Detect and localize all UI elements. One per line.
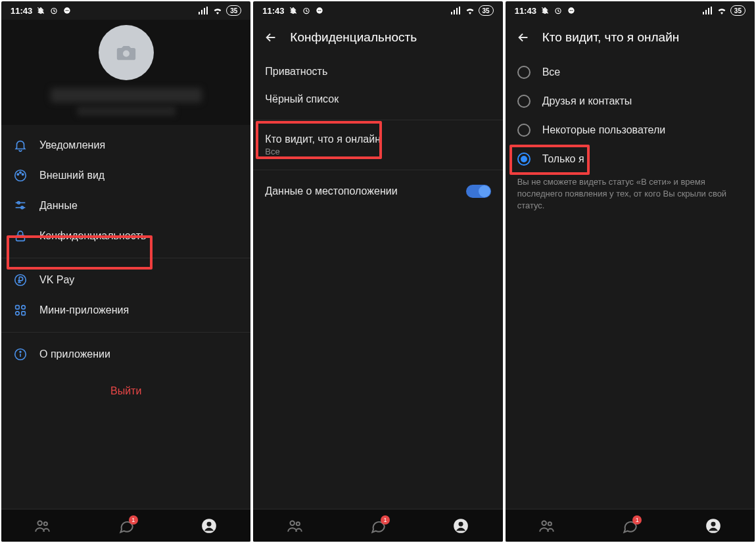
divider [1,332,250,333]
divider [253,120,502,120]
status-time: 11:43 [262,6,284,16]
svg-rect-55 [711,7,712,14]
back-button[interactable] [516,30,531,45]
nav-messages[interactable]: 1 [117,517,135,535]
svg-rect-24 [22,312,26,316]
wifi-icon [212,7,223,14]
grid-icon [13,303,28,318]
privacy-menu: Приватность Чёрный список Кто видит, что… [253,53,502,206]
item-blacklist[interactable]: Чёрный список [253,85,502,113]
radio-friends[interactable]: Друзья и контакты [506,87,755,116]
avatar[interactable] [99,25,154,80]
svg-point-51 [572,10,573,11]
item-label: Кто видит, что я онлайн [265,133,381,145]
screen-privacy: 11:43 35 Конфиденциальность Приватность … [253,1,502,542]
screen-title: Конфиденциальность [290,30,417,45]
lock-icon [13,229,28,243]
svg-rect-39 [454,10,455,14]
radio-list: Все Друзья и контакты Некоторые пользова… [506,53,755,212]
item-subtext: Все [265,147,279,156]
nav-profile[interactable] [704,517,722,535]
svg-rect-23 [16,312,20,316]
svg-rect-52 [703,12,704,14]
item-label: Чёрный список [265,93,339,105]
profile-block[interactable] [1,20,250,125]
ruble-icon [13,273,28,287]
svg-point-4 [66,10,68,11]
menu-miniapps[interactable]: Мини-приложения [1,295,250,325]
menu-appearance[interactable]: Внешний вид [1,160,250,191]
back-button[interactable] [264,30,278,45]
svg-point-37 [320,10,321,11]
nav-contacts[interactable] [34,517,52,535]
svg-point-13 [20,172,21,173]
svg-rect-22 [22,306,26,310]
nav-messages[interactable]: 1 [369,517,387,535]
screen-settings: 11:43 35 Уведомления Внешний вид Данные [1,1,250,542]
svg-rect-9 [206,7,208,14]
nav-messages[interactable]: 1 [621,517,639,535]
svg-rect-38 [451,12,452,14]
svg-point-42 [290,521,295,525]
radio-some[interactable]: Некоторые пользователи [506,116,755,145]
profile-name-blurred [51,88,202,103]
toggle-on[interactable] [466,185,491,198]
logout-button[interactable]: Выйти [1,369,250,413]
info-icon [13,347,28,362]
svg-point-28 [38,521,42,525]
menu-label: Данные [39,200,78,212]
item-location[interactable]: Данные о местоположении [253,177,502,206]
palette-icon [13,168,28,183]
radio-label: Только я [542,153,584,165]
menu-data[interactable]: Данные [1,191,250,221]
svg-point-45 [459,521,463,526]
svg-point-5 [68,10,69,11]
svg-rect-8 [204,8,205,14]
arrow-left-icon [264,30,278,45]
svg-point-12 [17,174,18,175]
alarm-icon [49,6,59,15]
chat-icon [567,6,576,15]
status-time: 11:43 [515,6,536,16]
menu-label: Мини-приложения [39,304,129,316]
svg-point-36 [319,10,320,11]
svg-point-35 [318,10,319,11]
vibrate-icon [540,6,550,15]
menu-about[interactable]: О приложении [1,339,250,369]
bell-icon [13,138,28,153]
radio-only-me[interactable]: Только я [506,145,755,174]
wifi-icon [465,7,475,14]
svg-point-50 [571,10,572,11]
signal-icon [451,7,461,14]
profile-sub-blurred [77,106,176,116]
radio-all[interactable]: Все [506,58,755,87]
svg-point-49 [569,10,571,11]
svg-point-56 [542,521,546,525]
radio-icon [517,95,531,108]
svg-rect-19 [16,235,25,241]
nav-profile[interactable] [200,517,218,535]
menu-notifications[interactable]: Уведомления [1,130,250,160]
item-privacy[interactable]: Приватность [253,58,502,85]
screen-who-sees-online: 11:43 35 Кто видит, что я онлайн Все Дру… [506,1,755,542]
alarm-icon [554,6,563,15]
svg-point-59 [711,521,715,526]
divider [1,258,250,258]
nav-profile[interactable] [452,517,470,535]
chat-icon [315,6,324,15]
screen-title: Кто видит, что я онлайн [542,30,680,45]
nav-contacts[interactable] [286,517,304,535]
radio-label: Друзья и контакты [542,95,632,107]
status-time: 11:43 [11,6,32,16]
radio-icon [517,66,531,79]
status-bar: 11:43 35 [506,1,755,20]
settings-menu: Уведомления Внешний вид Данные Конфиденц… [1,125,250,413]
menu-label: Внешний вид [39,170,105,181]
item-who-sees-online[interactable]: Кто видит, что я онлайн Все [253,127,502,163]
menu-vkpay[interactable]: VK Pay [1,265,250,295]
menu-privacy[interactable]: Конфиденциальность [1,221,250,251]
svg-rect-7 [201,10,202,14]
nav-contacts[interactable] [538,517,556,535]
battery-indicator: 35 [226,5,241,16]
svg-point-14 [22,174,23,175]
